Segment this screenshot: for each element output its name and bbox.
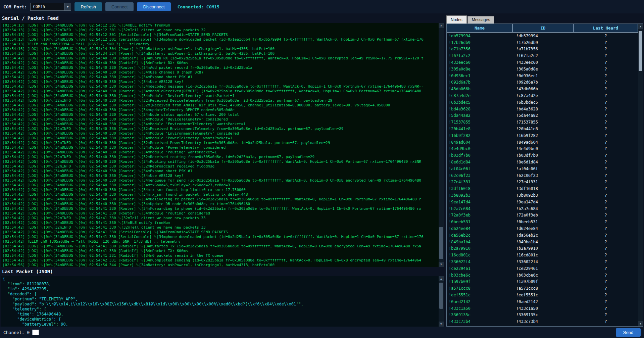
cell-id: !16cd801c	[513, 253, 574, 257]
nodes-scrollbar[interactable]: ▲ ▼	[638, 24, 643, 326]
column-header-name[interactable]: Name	[447, 24, 513, 33]
channel-input[interactable]	[32, 330, 39, 335]
json-scroll-track[interactable]	[439, 281, 444, 322]
table-row[interactable]: !336022f4!336022f4?	[447, 258, 638, 265]
log-line: [02:54:16] [LOG] ␛[0m␛[34mDEBUG ␛[0m] 02…	[3, 47, 439, 51]
table-row[interactable]: !bd4a3628!bd4a3628?	[447, 106, 638, 112]
table-row[interactable]: !6b3bdec5!6b3bdec5?	[447, 99, 638, 106]
table-row[interactable]: !b2a7c684!b2a7c684?	[447, 205, 638, 212]
connect-button[interactable]: Connect	[105, 2, 134, 11]
chevron-down-icon[interactable]: ▼	[64, 3, 71, 10]
send-button[interactable]: Send	[616, 328, 641, 337]
cell-name: !6b3bdec5	[447, 100, 513, 105]
json-line: "telemetry": {	[3, 307, 439, 312]
table-row[interactable]: !c87a4d2e!c87a4d2e?	[447, 92, 638, 99]
table-row[interactable]: !849ba1b4!849ba1b4?	[447, 239, 638, 245]
log-line: [02:54:42] [LOG] ␛[0m␛[34mDEBUG ␛[0m] 02…	[3, 159, 439, 164]
table-row[interactable]: !0beeb531!0beeb531?	[447, 219, 638, 225]
column-header-last-heard[interactable]: Last Heard	[574, 24, 638, 33]
table-row[interactable]: !3df16018!3df16018?	[447, 185, 638, 192]
table-row[interactable]: !3369135c!3369135c?	[447, 311, 638, 318]
log-line: [02:54:42] [LOG] ␛[0m␛[34mDEBUG ␛[0m] 02…	[3, 211, 439, 216]
table-row[interactable]: !5da44a82!5da44a82?	[447, 112, 638, 119]
cell-id: !a71b7356	[513, 47, 574, 51]
table-row[interactable]: !b03cbe6c!b03cbe6c?	[447, 272, 638, 279]
nodes-scroll-thumb[interactable]	[639, 31, 642, 71]
table-row[interactable]: !8e6d1d84!8e6d1d84?	[447, 159, 638, 165]
json-scroll-thumb[interactable]	[439, 283, 443, 309]
table-row[interactable]: !305a0d8e!305a0d8e?	[447, 66, 638, 73]
table-row[interactable]: !16cd801c!16cd801c?	[447, 252, 638, 258]
cell-last-heard: ?	[574, 186, 638, 191]
disconnect-button[interactable]: Disconnect	[137, 2, 170, 11]
table-row[interactable]: !af04c06f!af04c06f?	[447, 165, 638, 172]
scroll-down-icon[interactable]: ▼	[638, 321, 643, 326]
table-row[interactable]: !16b9f282!16b9f282?	[447, 132, 638, 139]
com-port-label: COM Port:	[3, 4, 27, 9]
table-row[interactable]: !b2a79910!b2a79910?	[447, 245, 638, 252]
table-row[interactable]: !0d936ec1!0d936ec1?	[447, 73, 638, 79]
table-row[interactable]: !da56eb2c!da56eb2c?	[447, 232, 638, 239]
log-line: [02:54:42] [LOG] ␛[0m␛[34mDEBUG ␛[0m] 02…	[3, 202, 439, 206]
log-scrollbar[interactable]: ▲ ▼	[439, 23, 444, 267]
table-row[interactable]: !27e4f331!27e4f331?	[447, 179, 638, 186]
cell-id: !b2a79910	[513, 246, 574, 251]
cell-id: !f67fa2c2	[513, 53, 574, 58]
table-row[interactable]: !db579994!db579994?	[447, 33, 638, 39]
table-row[interactable]: !849ad604!849ad604?	[447, 139, 638, 146]
log-line: [02:54:42] [LOG] ␛[0m␛[34mDEBUG ␛[0m] 02…	[3, 145, 439, 150]
log-line: [02:54:42] [LOG] ␛[0m␛[34mDEBUG ␛[0m] 02…	[3, 89, 439, 94]
table-row[interactable]: !1a97b09f!1a97b09f?	[447, 278, 638, 285]
cell-id: !4e4d9bc0	[513, 146, 574, 151]
table-row[interactable]: !72a0f3eb!72a0f3eb?	[447, 212, 638, 219]
table-row[interactable]: !71537855!71537855?	[447, 119, 638, 126]
table-row[interactable]: !9ea147d4!9ea147d4?	[447, 199, 638, 205]
log-line: [02:54:42] [LOG] ␛[0m␛[34mDEBUG ␛[0m] 02…	[3, 178, 439, 183]
table-row[interactable]: !092d6a7b!092d6a7b?	[447, 79, 638, 86]
table-row[interactable]: !433eec60!433eec60?	[447, 59, 638, 66]
cell-name: !3369135c	[447, 312, 513, 317]
table-row[interactable]: !20b441e8!20b441e8?	[447, 126, 638, 132]
table-row[interactable]: !4e4d9bc0!4e4d9bc0?	[447, 146, 638, 152]
table-row[interactable]: !0aed2142!0aed2142?	[447, 298, 638, 305]
tab-messages[interactable]: Messages	[467, 16, 495, 23]
json-scrollbar[interactable]: ▲ ▼	[439, 276, 444, 327]
scroll-down-icon[interactable]: ▼	[439, 322, 444, 327]
cell-name: !b03df7b0	[447, 153, 513, 158]
cell-name: !db579994	[447, 34, 513, 38]
nodes-scroll-track[interactable]	[638, 29, 643, 321]
log-scroll-track[interactable]	[439, 28, 444, 262]
scroll-up-icon[interactable]: ▲	[439, 276, 444, 281]
table-row[interactable]: !a571ccc8!a571ccc8?	[447, 285, 638, 292]
com-port-select[interactable]: COM15 ▼	[30, 3, 71, 11]
table-row[interactable]: !eef5551c!eef5551c?	[447, 292, 638, 298]
json-view[interactable]: { "from": 811208078, "to": 4294967295, "…	[1, 276, 439, 327]
log-scroll-thumb[interactable]	[439, 227, 443, 259]
cell-id: !092d6a7b	[513, 80, 574, 85]
table-row[interactable]: !43db066b!43db066b?	[447, 86, 638, 92]
log-line: [02:54:42] [LOG] ␛[0m␛[32mINFO ␛[0m] 02:…	[3, 155, 439, 159]
cell-last-heard: ?	[574, 293, 638, 297]
scroll-up-icon[interactable]: ▲	[439, 23, 444, 28]
table-row[interactable]: !433c1a50!433c1a50?	[447, 305, 638, 312]
serial-feed-pane: [02:54:13] [LOG] ␛[0m␛[34mDEBUG ␛[0m] 02…	[1, 23, 444, 267]
serial-log[interactable]: [02:54:13] [LOG] ␛[0m␛[34mDEBUG ␛[0m] 02…	[1, 23, 439, 267]
table-row[interactable]: !a71b7356!a71b7356?	[447, 46, 638, 53]
table-row[interactable]: !f67fa2c2!f67fa2c2?	[447, 52, 638, 59]
scroll-up-icon[interactable]: ▲	[638, 24, 643, 29]
left-column: Serial / Packet Feed [02:54:13] [LOG] ␛[…	[0, 13, 444, 327]
scroll-down-icon[interactable]: ▼	[439, 262, 444, 267]
cell-last-heard: ?	[574, 140, 638, 145]
column-header-id[interactable]: ID	[513, 24, 574, 33]
table-row[interactable]: !b03df7b0!b03df7b0?	[447, 152, 638, 159]
table-row[interactable]: !433c73b4!433c73b4?	[447, 318, 638, 325]
table-row[interactable]: !62c06f23!62c06f23?	[447, 172, 638, 179]
table-row[interactable]: !ce229461!ce229461?	[447, 265, 638, 272]
table-row[interactable]: !3b8092b3!3b8092b3?	[447, 192, 638, 199]
tab-nodes[interactable]: Nodes	[446, 15, 467, 23]
table-row[interactable]: !d624ee84!d624ee84?	[447, 225, 638, 232]
table-row[interactable]: !17b26db9!17b26db9?	[447, 39, 638, 46]
refresh-button[interactable]: Refresh	[75, 2, 102, 11]
cell-last-heard: ?	[574, 266, 638, 271]
cell-name: !f67fa2c2	[447, 53, 513, 58]
